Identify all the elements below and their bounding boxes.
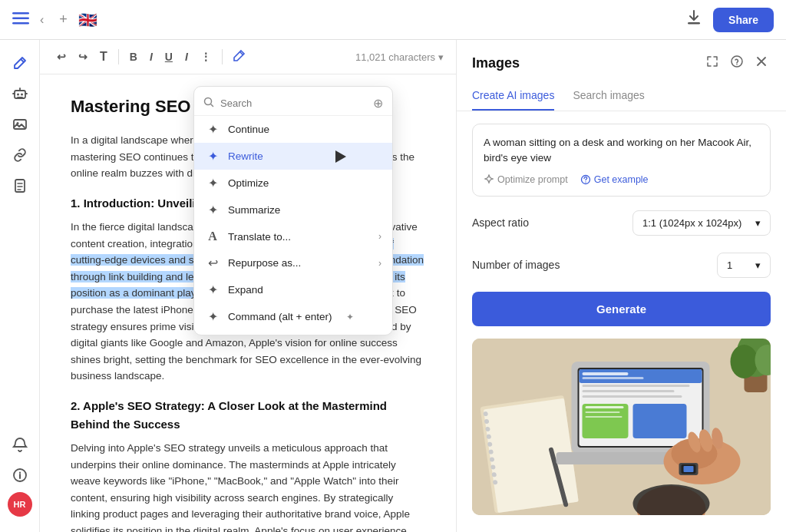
sidebar-icon-doc[interactable] [6, 172, 34, 200]
aspect-ratio-select[interactable]: 1:1 (1024px x 1024px) ▾ [632, 210, 771, 236]
menu-item-summarize[interactable]: ✦ Summarize [194, 197, 392, 223]
menu-item-continue-label: Continue [228, 124, 269, 135]
svg-rect-1 [12, 18, 29, 20]
svg-rect-35 [583, 377, 644, 379]
svg-rect-40 [633, 404, 687, 438]
svg-point-13 [736, 64, 738, 65]
command-icon: ✦ [205, 309, 220, 324]
hamburger-icon[interactable] [12, 11, 29, 28]
menu-item-translate[interactable]: A Translate to... › [194, 223, 392, 249]
get-example-label: Get example [594, 174, 649, 185]
tab-create-ai[interactable]: Create AI images [472, 83, 554, 111]
tab-search-images[interactable]: Search images [573, 83, 644, 111]
repurpose-icon: ↩ [205, 256, 220, 270]
bold-button[interactable]: B [125, 48, 142, 66]
prompt-actions: Optimize prompt Get example [484, 174, 759, 185]
svg-point-11 [205, 98, 212, 105]
redo-button[interactable]: ↪ [74, 48, 92, 66]
panel-title: Images [472, 55, 520, 71]
sidebar-bottom: HR [6, 431, 34, 523]
svg-rect-2 [12, 22, 29, 25]
num-images-label: Number of images [472, 259, 560, 271]
svg-rect-52 [684, 466, 694, 472]
repurpose-arrow-icon: › [378, 258, 381, 269]
svg-rect-34 [583, 372, 629, 375]
menu-item-command[interactable]: ✦ Command (alt + enter) ✦ [194, 303, 392, 330]
desk-scene [472, 339, 771, 515]
svg-rect-41 [586, 406, 624, 408]
panel-close-button[interactable] [752, 52, 771, 74]
sidebar-icon-bell[interactable] [6, 431, 34, 458]
optimize-icon: ✦ [205, 176, 220, 190]
left-sidebar: HR [0, 40, 40, 532]
context-menu: ⊕ ✦ Continue ✦ Rewrite ✦ Optimize ✦ Summ… [193, 86, 393, 335]
toolbar-separator-1 [118, 49, 119, 64]
menu-item-repurpose-label: Repurpose as... [228, 257, 301, 269]
menu-item-command-label: Command (alt + enter) [228, 311, 332, 322]
num-images-chevron: ▾ [755, 259, 761, 271]
generate-button[interactable]: Generate [472, 292, 771, 326]
undo-button[interactable]: ↩ [52, 48, 71, 66]
menu-item-expand[interactable]: ✦ Expand [194, 276, 392, 303]
more-button[interactable]: ⋮ [196, 48, 216, 66]
images-panel: Images [456, 40, 786, 532]
optimize-prompt-button[interactable]: Optimize prompt [484, 174, 568, 185]
menu-item-continue[interactable]: ✦ Continue [194, 116, 392, 143]
menu-item-repurpose[interactable]: ↩ Repurpose as... › [194, 249, 392, 276]
prompt-box[interactable]: A woman sitting on a desk and working on… [472, 124, 771, 197]
italic-button[interactable]: I [145, 48, 157, 66]
char-count-chevron[interactable]: ▾ [438, 51, 444, 63]
add-tab-button[interactable]: + [54, 8, 72, 31]
editor-toolbar: ↩ ↪ T B I U I ⋮ 11,021 characters ▾ [40, 40, 456, 74]
main-layout: HR ↩ ↪ T B I U I ⋮ 11,021 characters [0, 40, 786, 532]
summarize-icon: ✦ [205, 203, 220, 217]
panel-help-button[interactable] [728, 52, 746, 74]
preview-image-container [472, 339, 771, 515]
menu-search-input[interactable] [220, 97, 367, 109]
menu-search-icon [203, 97, 214, 110]
sidebar-icon-pen[interactable] [6, 49, 34, 77]
italic2-button[interactable]: I [180, 48, 193, 66]
menu-item-optimize[interactable]: ✦ Optimize [194, 170, 392, 197]
svg-point-12 [732, 56, 742, 67]
prompt-text: A woman sitting on a desk and working on… [484, 135, 759, 167]
panel-expand-button[interactable] [703, 52, 722, 74]
svg-rect-0 [12, 12, 29, 15]
menu-item-expand-label: Expand [228, 284, 263, 296]
cursor-indicator [335, 150, 346, 163]
sidebar-icon-link[interactable] [6, 141, 34, 169]
download-button[interactable] [681, 7, 707, 32]
num-images-value: 1 [727, 259, 732, 271]
language-flag[interactable]: 🇬🇧 [78, 11, 97, 29]
aspect-ratio-row: Aspect ratio 1:1 (1024px x 1024px) ▾ [472, 207, 771, 239]
svg-point-15 [585, 181, 586, 182]
user-avatar[interactable]: HR [8, 492, 32, 517]
panel-body: A woman sitting on a desk and working on… [457, 111, 786, 532]
menu-item-optimize-label: Optimize [228, 177, 269, 189]
sidebar-icon-robot[interactable] [6, 80, 34, 107]
top-bar: ‹ + 🇬🇧 Share [0, 0, 786, 40]
get-example-button[interactable]: Get example [580, 174, 649, 185]
images-panel-inner: Images [457, 40, 786, 532]
continue-icon: ✦ [205, 122, 220, 137]
text-size-button[interactable]: T [95, 47, 112, 67]
svg-rect-36 [583, 385, 690, 387]
share-button[interactable]: Share [713, 8, 774, 32]
svg-rect-37 [583, 390, 675, 392]
num-images-select[interactable]: 1 ▾ [717, 253, 771, 278]
svg-rect-39 [583, 404, 629, 438]
menu-search-bar: ⊕ [194, 91, 392, 116]
back-button[interactable]: ‹ [35, 10, 48, 30]
num-images-row: Number of images 1 ▾ [472, 249, 771, 281]
underline-button[interactable]: U [160, 48, 177, 66]
translate-icon: A [205, 230, 220, 243]
menu-item-rewrite[interactable]: ✦ Rewrite [194, 143, 392, 170]
sidebar-icon-image[interactable] [6, 111, 34, 138]
ai-pen-icon[interactable] [229, 46, 250, 68]
menu-item-rewrite-label: Rewrite [228, 150, 263, 162]
toolbar-separator-2 [222, 49, 223, 64]
sidebar-icon-info[interactable] [6, 461, 34, 489]
menu-plus-icon[interactable]: ⊕ [373, 96, 383, 111]
command-badge: ✦ [342, 312, 358, 322]
optimize-prompt-label: Optimize prompt [497, 174, 568, 185]
